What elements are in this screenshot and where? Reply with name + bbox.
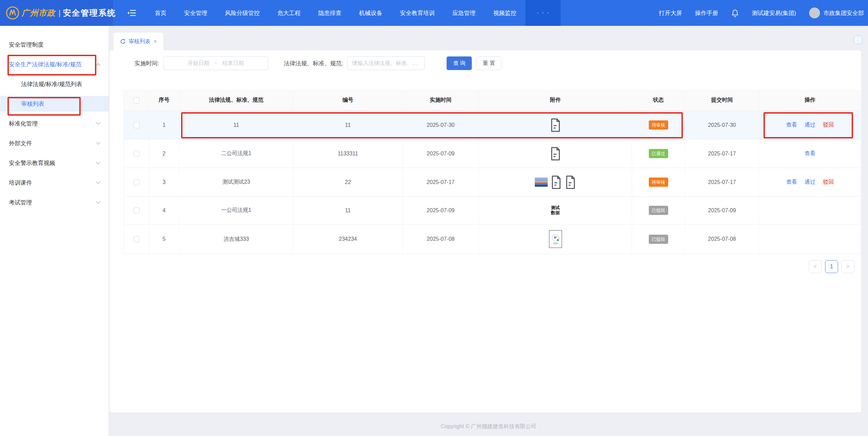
code-cell: 22 bbox=[293, 168, 403, 197]
top-navbar: 广州市政 | 安全管理系统 首页安全管理风险分级管控危大工程隐患排查机械设备安全… bbox=[0, 0, 868, 26]
main-area: 审核列表 × 实施时间: 开始日期 ~ 结束日期 法律法规、标准、规范: 查 询… bbox=[109, 26, 868, 436]
nav-item[interactable]: 危大工程 bbox=[269, 0, 309, 26]
row-checkbox[interactable] bbox=[133, 236, 140, 242]
seq-cell: 4 bbox=[149, 197, 179, 224]
tab-close-icon[interactable]: × bbox=[154, 38, 157, 45]
sidebar-item[interactable]: 标准化管理 bbox=[0, 114, 109, 133]
column-header: 提交时间 bbox=[685, 90, 759, 111]
department-label: 市政集团安全部 bbox=[823, 9, 864, 17]
company-logo-icon bbox=[5, 6, 20, 20]
nav-item[interactable]: 首页 bbox=[146, 0, 175, 26]
sidebar-item[interactable]: 培训课件 bbox=[0, 173, 109, 192]
user-menu[interactable]: 市政集团安全部 bbox=[809, 7, 864, 18]
regulation-keyword-input[interactable] bbox=[347, 56, 425, 70]
document-icon[interactable] bbox=[550, 175, 562, 189]
nav-item[interactable]: 安全教育培训 bbox=[391, 0, 444, 26]
column-header: 序号 bbox=[149, 90, 179, 111]
photo-attachment[interactable] bbox=[535, 178, 548, 187]
document-icon[interactable] bbox=[550, 118, 561, 132]
tenant-switcher[interactable]: 测试建安易(集团) bbox=[752, 9, 796, 17]
pagination: < 1 > bbox=[809, 260, 854, 273]
sidebar-item[interactable]: 安全警示教育视频 bbox=[0, 153, 109, 173]
action-reject-link[interactable]: 驳回 bbox=[823, 179, 834, 186]
avatar[interactable] bbox=[809, 7, 820, 18]
chevron-down-icon bbox=[96, 160, 100, 164]
sidebar-subitem-label: 法律法规/标准/规范列表 bbox=[21, 80, 82, 88]
row-checkbox[interactable] bbox=[133, 179, 140, 185]
actions-cell bbox=[759, 224, 861, 254]
actions-cell: 查看 bbox=[759, 139, 861, 168]
tab-options-icon[interactable] bbox=[854, 35, 863, 44]
row-checkbox[interactable] bbox=[133, 207, 140, 214]
logo-divider: | bbox=[59, 9, 61, 17]
nav-item[interactable]: 应急管理 bbox=[444, 0, 484, 26]
nav-item[interactable]: 机械设备 bbox=[350, 0, 391, 26]
implementation-date-cell: 2025-07-17 bbox=[403, 168, 479, 197]
nav-more-button[interactable]: ··· bbox=[525, 0, 561, 26]
submit-date-cell: 2025-07-17 bbox=[685, 168, 759, 197]
refresh-icon[interactable] bbox=[120, 39, 126, 44]
content-card: 实施时间: 开始日期 ~ 结束日期 法律法规、标准、规范: 查 询 重 置 序号… bbox=[110, 50, 861, 412]
attachments-cell bbox=[479, 111, 632, 139]
logo-block: 广州市政 | 安全管理系统 bbox=[0, 0, 113, 26]
nav-item[interactable]: 风险分级管控 bbox=[216, 0, 269, 26]
action-approve-link[interactable]: 通过 bbox=[805, 179, 816, 186]
status-cell: 待审核 bbox=[632, 168, 685, 197]
implementation-date-cell: 2025-07-30 bbox=[403, 111, 479, 139]
column-header: 附件 bbox=[479, 90, 632, 111]
seq-cell: 2 bbox=[149, 139, 179, 168]
open-big-screen-button[interactable]: 打开大屏 bbox=[659, 9, 682, 17]
pagination-next-button[interactable]: > bbox=[841, 260, 854, 273]
nav-item[interactable]: 安全管理 bbox=[175, 0, 216, 26]
stamp-attachment[interactable] bbox=[549, 230, 562, 248]
sidebar-item[interactable]: 安全生产法律法规/标准/规范 bbox=[0, 54, 109, 74]
action-view-link[interactable]: 查看 bbox=[805, 150, 816, 157]
row-select-cell bbox=[124, 197, 149, 224]
table-row: 4一公司法规1112025-07-09测试数据已驳回2025-07-09 bbox=[124, 197, 861, 224]
implementation-date-cell: 2025-07-09 bbox=[403, 197, 479, 224]
row-checkbox[interactable] bbox=[133, 151, 140, 157]
attachments-cell bbox=[479, 224, 632, 254]
sidebar-item[interactable]: 安全管理制度 bbox=[0, 35, 109, 54]
code-cell: 234234 bbox=[293, 224, 403, 254]
text-attachment[interactable]: 测试数据 bbox=[549, 203, 562, 218]
search-button[interactable]: 查 询 bbox=[447, 56, 472, 70]
action-view-link[interactable]: 查看 bbox=[786, 179, 797, 186]
sidebar-item-label: 考试管理 bbox=[9, 199, 32, 206]
menu-fold-icon[interactable] bbox=[127, 9, 136, 17]
sidebar-item[interactable]: 外部文件 bbox=[0, 133, 109, 153]
column-header: 状态 bbox=[632, 90, 685, 111]
action-approve-link[interactable]: 通过 bbox=[805, 121, 816, 129]
action-reject-link[interactable]: 驳回 bbox=[823, 121, 834, 129]
page: 广州市政 | 安全管理系统 首页安全管理风险分级管控危大工程隐患排查机械设备安全… bbox=[0, 0, 868, 436]
regulation-keyword-label: 法律法规、标准、规范: bbox=[284, 60, 343, 67]
status-badge: 已通过 bbox=[649, 149, 668, 158]
date-range-input[interactable]: 开始日期 ~ 结束日期 bbox=[163, 56, 268, 70]
nav-item[interactable]: 隐患排查 bbox=[309, 0, 350, 26]
column-header: 操作 bbox=[759, 90, 861, 111]
status-cell: 待审核 bbox=[632, 111, 685, 139]
tab-audit-list[interactable]: 审核列表 × bbox=[114, 33, 163, 50]
nav-item[interactable]: 视频监控 bbox=[484, 0, 525, 26]
row-select-cell bbox=[124, 224, 149, 254]
reset-button[interactable]: 重 置 bbox=[476, 56, 501, 70]
pagination-prev-button[interactable]: < bbox=[809, 260, 822, 273]
chevron-down-icon bbox=[96, 140, 100, 145]
row-checkbox[interactable] bbox=[133, 122, 140, 128]
implementation-date-label: 实施时间: bbox=[134, 60, 159, 67]
pagination-page-1[interactable]: 1 bbox=[825, 260, 838, 273]
select-all-checkbox[interactable] bbox=[133, 97, 140, 103]
notification-bell-icon[interactable] bbox=[731, 9, 739, 17]
action-view-link[interactable]: 查看 bbox=[786, 121, 797, 129]
code-cell: 11 bbox=[293, 197, 403, 224]
sidebar-item[interactable]: 考试管理 bbox=[0, 192, 109, 212]
sidebar-subitem[interactable]: 法律法规/标准/规范列表 bbox=[0, 74, 109, 94]
document-icon[interactable] bbox=[550, 147, 561, 161]
actions-cell: 查看通过驳回 bbox=[759, 111, 861, 139]
sidebar-subitem-label: 审核列表 bbox=[21, 100, 44, 108]
document-icon[interactable] bbox=[565, 175, 576, 189]
regulation-name-cell: 测试测试23 bbox=[179, 168, 293, 197]
manual-button[interactable]: 操作手册 bbox=[695, 9, 718, 17]
sidebar-subitem[interactable]: 审核列表 bbox=[0, 96, 109, 112]
table-row: 3测试测试23222025-07-17待审核2025-07-17查看通过驳回 bbox=[124, 168, 861, 197]
